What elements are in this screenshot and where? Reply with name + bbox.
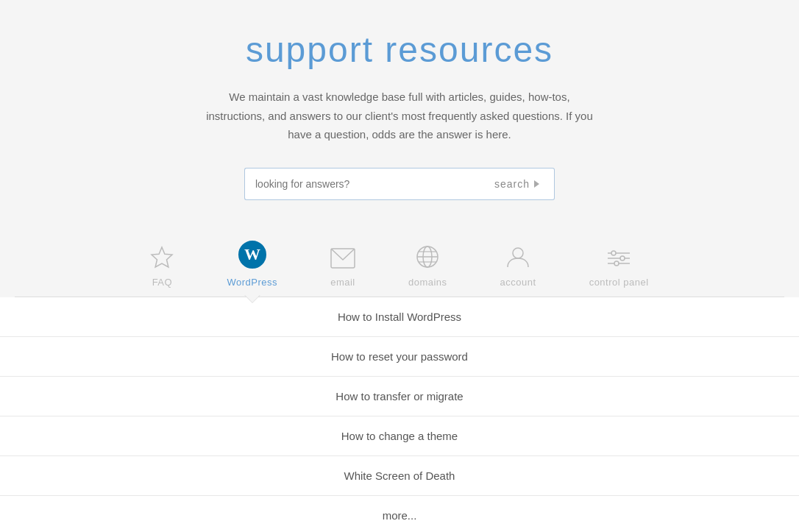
article-link-2[interactable]: How to reset your password bbox=[0, 337, 799, 377]
article-link-1[interactable]: How to Install WordPress bbox=[0, 297, 799, 337]
hero-section: support resources We maintain a vast kno… bbox=[0, 0, 799, 297]
person-icon bbox=[506, 245, 530, 272]
envelope-icon bbox=[330, 248, 355, 272]
svg-point-10 bbox=[513, 248, 523, 258]
sliders-icon bbox=[606, 248, 631, 272]
category-bar: FAQ W WordPress bbox=[15, 230, 784, 297]
svg-point-15 bbox=[620, 256, 625, 260]
svg-text:W: W bbox=[244, 245, 260, 263]
svg-marker-0 bbox=[152, 247, 172, 267]
article-link-5[interactable]: White Screen of Death bbox=[0, 456, 799, 496]
page-description: We maintain a vast knowledge base full w… bbox=[201, 88, 598, 144]
wordpress-icon: W bbox=[238, 240, 267, 277]
category-domains-label: domains bbox=[408, 277, 447, 288]
chevron-right-icon bbox=[534, 180, 539, 188]
svg-point-16 bbox=[614, 261, 619, 266]
content-section: How to Install WordPress How to reset yo… bbox=[0, 297, 799, 533]
search-button-label: search bbox=[494, 178, 530, 190]
article-link-4[interactable]: How to change a theme bbox=[0, 416, 799, 456]
category-item-faq[interactable]: FAQ bbox=[124, 235, 200, 297]
category-item-account[interactable]: account bbox=[474, 235, 563, 297]
search-input[interactable] bbox=[244, 168, 480, 200]
category-wordpress-label: WordPress bbox=[227, 277, 277, 288]
star-icon bbox=[150, 245, 174, 272]
page-wrapper: support resources We maintain a vast kno… bbox=[0, 0, 799, 532]
search-button[interactable]: search bbox=[480, 168, 555, 200]
globe-icon bbox=[416, 245, 439, 272]
article-link-3[interactable]: How to transfer or migrate bbox=[0, 377, 799, 416]
category-item-email[interactable]: email bbox=[304, 238, 382, 297]
more-link[interactable]: more... bbox=[0, 496, 799, 533]
search-row: search bbox=[15, 168, 784, 200]
category-account-label: account bbox=[500, 277, 536, 288]
category-faq-label: FAQ bbox=[152, 277, 173, 288]
page-title: support resources bbox=[15, 29, 784, 70]
category-item-control-panel[interactable]: control panel bbox=[563, 238, 675, 297]
category-email-label: email bbox=[330, 277, 355, 288]
category-control-panel-label: control panel bbox=[589, 277, 649, 288]
category-item-domains[interactable]: domains bbox=[382, 235, 474, 297]
category-item-wordpress[interactable]: W WordPress bbox=[200, 230, 304, 297]
svg-point-14 bbox=[611, 251, 616, 255]
